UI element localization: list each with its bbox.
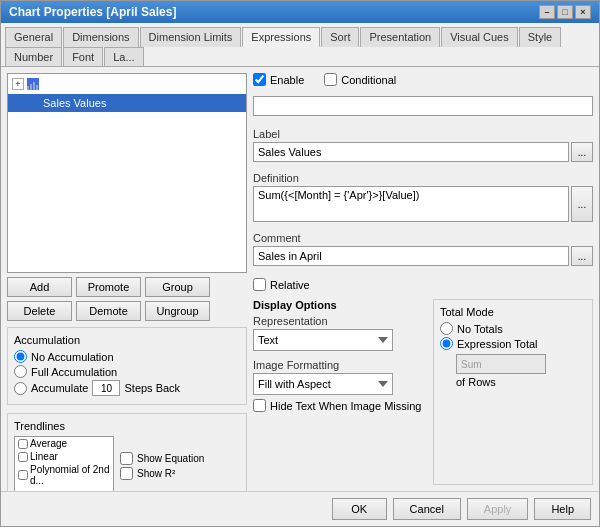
tab-expressions[interactable]: Expressions bbox=[242, 27, 320, 47]
hide-text-checkbox[interactable] bbox=[253, 399, 266, 412]
chart-bar-icon bbox=[26, 77, 40, 91]
trendlines-title: Trendlines bbox=[14, 420, 240, 432]
steps-spinbox[interactable] bbox=[92, 380, 120, 396]
expressions-button-row-2: Delete Demote Ungroup bbox=[7, 301, 247, 321]
representation-select[interactable]: Text Line Bar Dot bbox=[253, 329, 393, 351]
promote-button[interactable]: Promote bbox=[76, 277, 141, 297]
comment-input[interactable] bbox=[253, 246, 569, 266]
representation-label: Representation bbox=[253, 315, 425, 327]
definition-input[interactable]: Sum({<[Month] = {'Apr'}>}[Value]) bbox=[253, 186, 569, 222]
trendline-average-label: Average bbox=[30, 438, 67, 449]
expressions-tree[interactable]: + Sales Values bbox=[7, 73, 247, 273]
footer: OK Cancel Apply Help bbox=[1, 491, 599, 526]
trendline-polynomial: Polynomial of 2nd d... bbox=[15, 463, 113, 487]
display-options-title: Display Options bbox=[253, 299, 425, 311]
tab-dimensions[interactable]: Dimensions bbox=[63, 27, 138, 47]
radio-no-accumulation: No Accumulation bbox=[14, 350, 240, 363]
tree-expand-icon[interactable]: + bbox=[12, 78, 24, 90]
trendline-polynomial-label: Polynomial of 2nd d... bbox=[30, 464, 110, 486]
radio-no-totals-input[interactable] bbox=[440, 322, 453, 335]
definition-ellipsis-button[interactable]: ... bbox=[571, 186, 593, 222]
radio-full-accumulation-input[interactable] bbox=[14, 365, 27, 378]
conditional-checkbox-row: Conditional bbox=[324, 73, 396, 86]
group-button[interactable]: Group bbox=[145, 277, 210, 297]
show-r2-checkbox[interactable] bbox=[120, 467, 133, 480]
radio-accumulate-input[interactable] bbox=[14, 382, 27, 395]
tab-font[interactable]: Font bbox=[63, 47, 103, 66]
image-formatting-group: Image Formatting Fill with Aspect Stretc… bbox=[253, 359, 425, 395]
title-bar: Chart Properties [April Sales] – □ × bbox=[1, 1, 599, 23]
comment-field-group: Comment ... bbox=[253, 232, 593, 266]
accumulation-title: Accumulation bbox=[14, 334, 240, 346]
apply-button[interactable]: Apply bbox=[467, 498, 529, 520]
tab-bar: General Dimensions Dimension Limits Expr… bbox=[1, 23, 599, 67]
trendlines-section: Trendlines Average Linear Po bbox=[7, 413, 247, 491]
maximize-button[interactable]: □ bbox=[557, 5, 573, 19]
conditional-input-row bbox=[253, 96, 593, 116]
definition-field-label: Definition bbox=[253, 172, 593, 184]
demote-button[interactable]: Demote bbox=[76, 301, 141, 321]
minimize-button[interactable]: – bbox=[539, 5, 555, 19]
representation-select-row: Text Line Bar Dot bbox=[253, 329, 425, 351]
right-panel: Enable Conditional Label ... bbox=[253, 73, 593, 485]
relative-checkbox[interactable] bbox=[253, 278, 266, 291]
total-mode-section: Total Mode No Totals Expression Total Su… bbox=[433, 299, 593, 485]
conditional-checkbox[interactable] bbox=[324, 73, 337, 86]
enable-checkbox[interactable] bbox=[253, 73, 266, 86]
trendlines-inner: Average Linear Polynomial of 2nd d... bbox=[14, 436, 240, 491]
radio-expression-total-input[interactable] bbox=[440, 337, 453, 350]
tab-sort[interactable]: Sort bbox=[321, 27, 359, 47]
show-r2-label: Show R² bbox=[137, 468, 175, 479]
label-input[interactable] bbox=[253, 142, 569, 162]
trendline-polynomial-checkbox[interactable] bbox=[18, 470, 28, 480]
trendline-average-checkbox[interactable] bbox=[18, 439, 28, 449]
enable-checkbox-row: Enable bbox=[253, 73, 304, 86]
cancel-button[interactable]: Cancel bbox=[393, 498, 461, 520]
display-options-section: Display Options Representation Text Line… bbox=[253, 299, 425, 485]
radio-no-accumulation-input[interactable] bbox=[14, 350, 27, 363]
show-equation-checkbox[interactable] bbox=[120, 452, 133, 465]
add-button[interactable]: Add bbox=[7, 277, 72, 297]
image-formatting-label: Image Formatting bbox=[253, 359, 425, 371]
left-panel: + Sales Values bbox=[7, 73, 247, 485]
conditional-label: Conditional bbox=[341, 74, 396, 86]
close-button[interactable]: × bbox=[575, 5, 591, 19]
of-rows-label: of Rows bbox=[440, 376, 586, 388]
sum-select[interactable]: Sum Avg Count bbox=[456, 354, 546, 374]
image-formatting-select[interactable]: Fill with Aspect Stretch Always Fill bbox=[253, 373, 393, 395]
radio-full-accumulation: Full Accumulation bbox=[14, 365, 240, 378]
representation-group: Representation Text Line Bar Dot bbox=[253, 315, 425, 351]
radio-accumulate-label: Accumulate bbox=[31, 382, 88, 394]
radio-expression-total: Expression Total bbox=[440, 337, 586, 350]
hide-text-label: Hide Text When Image Missing bbox=[270, 400, 421, 412]
trendline-linear-checkbox[interactable] bbox=[18, 452, 28, 462]
ungroup-button[interactable]: Ungroup bbox=[145, 301, 210, 321]
tab-presentation[interactable]: Presentation bbox=[360, 27, 440, 47]
help-button[interactable]: Help bbox=[534, 498, 591, 520]
tree-item-root: + bbox=[8, 74, 246, 94]
tab-number[interactable]: Number bbox=[5, 47, 62, 66]
comment-ellipsis-button[interactable]: ... bbox=[571, 246, 593, 266]
hide-text-row: Hide Text When Image Missing bbox=[253, 399, 425, 412]
conditional-input[interactable] bbox=[253, 96, 593, 116]
total-mode-title: Total Mode bbox=[440, 306, 586, 318]
tab-general[interactable]: General bbox=[5, 27, 62, 47]
trendline-linear-label: Linear bbox=[30, 451, 58, 462]
tab-la[interactable]: La... bbox=[104, 47, 143, 66]
radio-no-totals: No Totals bbox=[440, 322, 586, 335]
label-input-row: ... bbox=[253, 142, 593, 162]
label-ellipsis-button[interactable]: ... bbox=[571, 142, 593, 162]
enable-row: Enable Conditional bbox=[253, 73, 593, 86]
label-field-label: Label bbox=[253, 128, 593, 140]
tree-item-sales-values[interactable]: Sales Values bbox=[8, 94, 246, 112]
image-formatting-select-row: Fill with Aspect Stretch Always Fill bbox=[253, 373, 425, 395]
tab-style[interactable]: Style bbox=[519, 27, 561, 47]
radio-full-accumulation-label: Full Accumulation bbox=[31, 366, 117, 378]
delete-button[interactable]: Delete bbox=[7, 301, 72, 321]
tab-visual-cues[interactable]: Visual Cues bbox=[441, 27, 518, 47]
radio-no-totals-label: No Totals bbox=[457, 323, 503, 335]
title-bar-buttons: – □ × bbox=[539, 5, 591, 19]
ok-button[interactable]: OK bbox=[332, 498, 387, 520]
tab-dimension-limits[interactable]: Dimension Limits bbox=[140, 27, 242, 47]
trendlines-list: Average Linear Polynomial of 2nd d... bbox=[14, 436, 114, 491]
